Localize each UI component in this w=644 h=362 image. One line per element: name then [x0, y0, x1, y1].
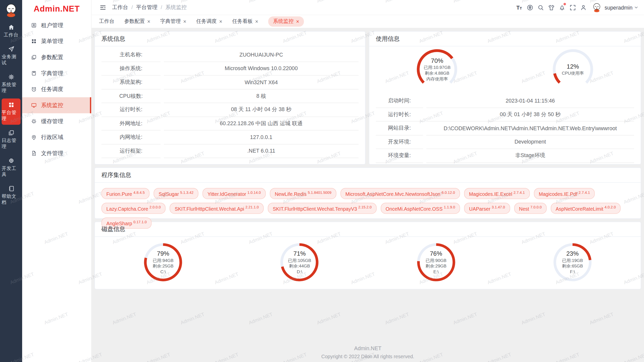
params-docs-icon [31, 54, 37, 60]
usage-info-table: 启动时间:2023-01-04 11:15:46 运行时长:00 天 01 小时… [369, 92, 641, 163]
tenant-icon [31, 22, 37, 28]
chip-icon [8, 157, 15, 164]
disk-gauges: 79% 已用:94GB 剩余:25GB C:\ 71% [95, 237, 641, 282]
table-row: 网站目录:D:\CODEWORK\Admin.NET\Admin.NET\Adm… [376, 121, 634, 135]
disk-info-card: 磁盘信息 79% 已用:94GB 剩余:25GB C:\ [95, 222, 641, 289]
system-info-table: 主机名称:ZUOHUAIJUN-PC 操作系统:Microsoft Window… [95, 46, 365, 158]
rail-item-platform-mgmt[interactable]: 平台管理 [2, 99, 21, 125]
sidebar-item-schedule[interactable]: 任务调度 [22, 81, 91, 97]
sidebar-item-dict[interactable]: 字典管理 [22, 65, 91, 81]
app-logo: Admin.NET [22, 0, 91, 17]
dict-book-icon [31, 70, 37, 76]
table-row: 外网地址:60.222.128.26 中国 山西 运城 联通 [101, 117, 358, 130]
profile-button[interactable] [578, 2, 588, 13]
tab-schedule[interactable]: 任务调度× [196, 18, 222, 25]
spinner-icon [31, 118, 37, 124]
menu-grid-icon [31, 38, 37, 44]
sidebar-item-monitor[interactable]: 系统监控 [22, 97, 91, 113]
rail-item-log-mgmt[interactable]: 日志管理 [2, 126, 21, 153]
table-row: 运行框架:.NET 6.0.11 [101, 144, 358, 158]
sidebar-item-label: 文件管理 [41, 150, 63, 157]
location-pin-icon [31, 134, 37, 140]
rail-item-business-test[interactable]: 业务测试 [2, 43, 21, 69]
usage-gauges: 70% 已用:10.97GB 剩余:4.88GB 内存使用率 [369, 46, 641, 92]
card-title: 磁盘信息 [95, 222, 641, 237]
sidebar-item-label: 系统监控 [41, 102, 63, 109]
assembly-tag: NewLife.Redis5.1.8401.5009 [270, 188, 336, 199]
fullscreen-button[interactable] [567, 2, 578, 13]
disk-c-gauge: 79% 已用:94GB 剩余:25GB C:\ [143, 242, 183, 282]
sidebar-item-menu[interactable]: 菜单管理 [22, 33, 91, 49]
rail-item-workbench[interactable]: 工作台 [2, 21, 21, 41]
page-footer: Admin.NET Copyright © 2022 Dilon All rig… [95, 345, 641, 359]
tab-monitor[interactable]: 系统监控× [268, 16, 304, 27]
search-button[interactable] [535, 2, 546, 13]
assembly-tag: OnceMi.AspNetCore.OSS1.1.9.0 [381, 203, 460, 214]
menu-fold-icon [99, 4, 106, 11]
tab-workbench[interactable]: 工作台 [99, 18, 114, 25]
card-title: 系统信息 [95, 32, 365, 47]
close-icon[interactable]: × [296, 19, 299, 24]
breadcrumb: 工作台 / 平台管理 / 系统监控 [112, 4, 187, 11]
document-icon [31, 150, 37, 156]
breadcrumb-item[interactable]: 工作台 [112, 4, 128, 11]
mascot-icon [592, 3, 602, 12]
language-button[interactable] [525, 2, 535, 13]
rail-item-system-mgmt[interactable]: 系统管理 [2, 71, 21, 97]
table-row: 内网地址:127.0.0.1 [101, 130, 358, 144]
close-icon[interactable]: × [147, 19, 150, 24]
sidebar-item-file[interactable]: 文件管理 [22, 145, 91, 161]
menu-fold-button[interactable] [97, 2, 108, 13]
close-icon[interactable]: × [183, 19, 186, 24]
rail-item-help-docs[interactable]: 帮助文档 [2, 182, 21, 208]
topbar: 工作台 / 平台管理 / 系统监控 TT [92, 0, 644, 15]
secondary-sidebar: Admin.NET 租户管理 菜单管理 参数配置 字典管理 任务调度 系统监控 … [22, 0, 92, 362]
mascot-icon [4, 3, 19, 18]
notifications-button[interactable] [556, 2, 567, 13]
chevron-down-icon [634, 5, 638, 9]
card-title: 程序集信息 [95, 168, 641, 183]
theme-button[interactable] [546, 2, 556, 13]
sidebar-item-tenant[interactable]: 租户管理 [22, 17, 91, 33]
copy-docs-icon [8, 129, 15, 136]
close-icon[interactable]: × [219, 19, 222, 24]
font-size-button[interactable]: TT [514, 2, 525, 13]
breadcrumb-item[interactable]: 平台管理 [136, 4, 157, 11]
send-icon [8, 46, 15, 53]
assembly-info-card: 程序集信息 Furion.Pure4.8.4.5 SqlSugar5.1.3.4… [95, 167, 641, 219]
memory-usage-gauge: 70% 已用:10.97GB 剩余:4.88GB 内存使用率 [416, 48, 459, 91]
admin-net-app: 工作台 业务测试 系统管理 平台管理 日志管理 开发工具 帮助文档 Admin.… [0, 0, 644, 362]
sidebar-item-region[interactable]: 行政区域 [22, 129, 91, 145]
table-row: 主机名称:ZUOHUAIJUN-PC [101, 48, 358, 62]
table-row: 开发环境:Development [376, 135, 634, 149]
tab-taskboard[interactable]: 任务看板× [232, 18, 258, 25]
monitor-icon [31, 102, 37, 108]
font-size-icon: TT [516, 4, 522, 10]
sidebar-item-config[interactable]: 参数配置 [22, 49, 91, 65]
language-icon [526, 4, 533, 11]
sidebar-item-label: 任务调度 [41, 85, 63, 93]
disk-e-gauge: 76% 已用:90GB 剩余:29GB E:\ [416, 242, 456, 282]
user-avatar[interactable] [592, 3, 602, 12]
table-row: 系统架构:Win32NT X64 [101, 75, 358, 89]
user-menu[interactable]: superadmin [605, 4, 638, 10]
card-title: 使用信息 [369, 32, 641, 47]
tab-dict[interactable]: 字典管理× [160, 18, 186, 25]
rail-item-dev-tools[interactable]: 开发工具 [2, 154, 21, 180]
assembly-tag: Magicodes.IE.Excel2.7.4.1 [464, 188, 530, 199]
sidebar-item-label: 菜单管理 [41, 37, 63, 45]
assembly-tag: Lazy.Captcha.Core2.0.0.0 [101, 203, 166, 214]
book-icon [8, 185, 15, 192]
page-content: 系统信息 主机名称:ZUOHUAIJUN-PC 操作系统:Microsoft W… [92, 28, 644, 362]
sidebar-item-label: 租户管理 [41, 22, 63, 29]
assembly-tag: Nest7.0.0.0 [514, 203, 546, 214]
close-icon[interactable]: × [255, 19, 258, 24]
table-row: 环境变量:非Stage环境 [376, 149, 634, 163]
tab-config[interactable]: 参数配置× [124, 18, 150, 25]
assembly-tag: Magicodes.IE.Pdf2.7.4.1 [534, 188, 595, 199]
breadcrumb-separator: / [161, 5, 162, 10]
footer-app-name: Admin.NET [95, 345, 641, 351]
assembly-tag: Microsoft.AspNetCore.Mvc.NewtonsoftJson6… [340, 188, 460, 199]
mascot-avatar[interactable] [0, 0, 22, 20]
sidebar-item-cache[interactable]: 缓存管理 [22, 113, 91, 129]
